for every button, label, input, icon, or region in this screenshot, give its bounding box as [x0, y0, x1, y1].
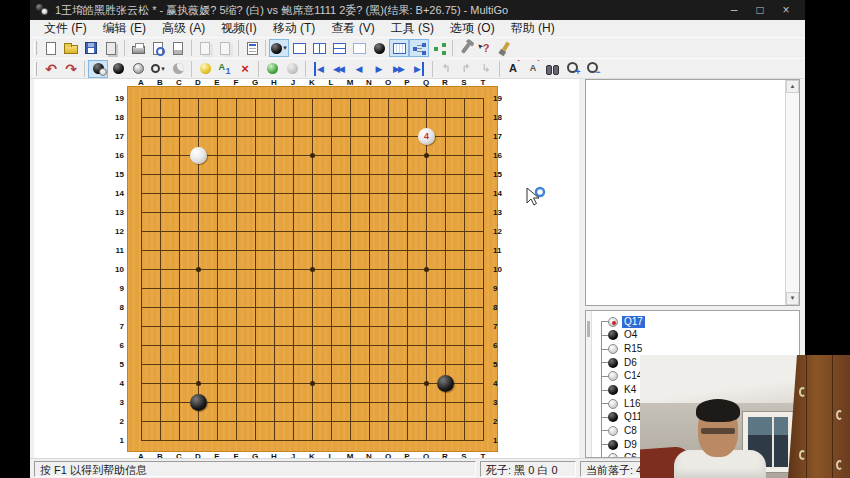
tools-icon [461, 42, 472, 54]
stone-R4[interactable] [437, 375, 454, 392]
coord-number-left: 18 [104, 113, 124, 122]
comment-window-button[interactable] [389, 39, 409, 57]
move-label[interactable]: C8 [622, 425, 639, 437]
context-help-button[interactable]: ? [476, 39, 496, 57]
coord-number-right: 13 [493, 208, 513, 217]
grid-line [350, 98, 351, 441]
move-tree-item-R15[interactable]: R15 [586, 342, 799, 356]
white-stone-button[interactable] [128, 60, 148, 78]
dropdown-arrow-icon[interactable]: ▾ [161, 65, 165, 73]
stone-color-icon [271, 43, 282, 54]
scroll-down-icon[interactable]: ▼ [786, 292, 799, 305]
nav-back-button[interactable]: ◀ [349, 60, 369, 78]
white-stone-icon [608, 344, 618, 354]
layout-plain-button[interactable] [349, 39, 369, 57]
dropdown-arrow-icon[interactable]: ▾ [283, 44, 287, 52]
menu-item-6[interactable]: 工具 (S) [383, 20, 442, 37]
print-preview-button[interactable] [148, 39, 168, 57]
menu-item-3[interactable]: 视频(I) [213, 20, 264, 37]
page-setup-icon [173, 42, 183, 55]
comment-panel[interactable]: ▲ ▼ [585, 79, 800, 306]
toolbar-grip[interactable] [34, 62, 37, 76]
move-label[interactable]: D9 [622, 439, 639, 451]
minimize-button[interactable]: – [721, 3, 747, 17]
variation-window-button[interactable] [429, 39, 449, 57]
menu-item-2[interactable]: 高级 (A) [154, 20, 213, 37]
tree-window-button[interactable] [409, 39, 429, 57]
move-label[interactable]: O4 [622, 329, 639, 341]
zoom-out-button[interactable] [583, 60, 603, 78]
nav-back10-button[interactable]: ◀◀ [329, 60, 349, 78]
coord-mark-button[interactable] [195, 60, 215, 78]
save-button[interactable] [81, 39, 101, 57]
new-file-button[interactable] [41, 39, 61, 57]
menu-item-4[interactable]: 移动 (T) [265, 20, 324, 37]
nav-last-button[interactable]: ▶ [409, 60, 429, 78]
webcam-window-mullion [772, 415, 774, 469]
clean-board-button[interactable] [496, 39, 516, 57]
font-large-button[interactable]: A [503, 60, 523, 78]
label-mark-button[interactable] [215, 60, 235, 78]
menu-item-1[interactable]: 编辑 (E) [95, 20, 154, 37]
black-stone-button[interactable] [108, 60, 128, 78]
coord-letter-top: S [455, 79, 473, 87]
layout-vsplit-icon [313, 43, 326, 54]
layout-hsplit-button[interactable] [329, 39, 349, 57]
coord-letter-top: E [208, 79, 226, 87]
coord-number-left: 3 [104, 398, 124, 407]
menu-item-8[interactable]: 帮助 (H) [503, 20, 563, 37]
maximize-button[interactable]: □ [747, 3, 773, 17]
move-number-button[interactable] [369, 39, 389, 57]
delete-stone-button[interactable]: × [235, 60, 255, 78]
stone-color-button[interactable]: ▾ [269, 39, 289, 57]
coord-number-left: 19 [104, 94, 124, 103]
coord-letter-top: G [246, 79, 264, 87]
tree-connector [601, 321, 608, 322]
coord-letter-top: F [227, 79, 245, 87]
scroll-up-icon[interactable]: ▲ [786, 80, 799, 93]
zoom-in-button[interactable] [563, 60, 583, 78]
stone-D3[interactable] [190, 394, 207, 411]
menu-item-7[interactable]: 选项 (O) [442, 20, 503, 37]
layout-full-button[interactable] [289, 39, 309, 57]
circle-stone-button[interactable]: ▾ [148, 60, 168, 78]
black-stone-icon [608, 330, 618, 340]
print-button[interactable] [128, 39, 148, 57]
coord-number-right: 16 [493, 151, 513, 160]
comment-window-icon [393, 43, 406, 54]
redo-button[interactable]: ↷ [61, 60, 81, 78]
coord-number-right: 15 [493, 170, 513, 179]
menu-item-0[interactable]: 文件 (F) [36, 20, 95, 37]
copy-board-icon [200, 42, 210, 55]
play-mode-button[interactable] [88, 60, 108, 78]
open-file-button[interactable] [61, 39, 81, 57]
move-tree-item-O4[interactable]: O4 [586, 329, 799, 343]
undo-button[interactable]: ↶ [41, 60, 61, 78]
eraser-button[interactable] [168, 60, 188, 78]
var-next-icon: ↱ [460, 62, 473, 75]
font-small-button[interactable]: A [523, 60, 543, 78]
nav-first-button[interactable]: ◀ [309, 60, 329, 78]
coord-number-right: 2 [493, 417, 513, 426]
coord-number-left: 5 [104, 360, 124, 369]
rotate-board-button[interactable] [262, 60, 282, 78]
stone-D16[interactable] [190, 147, 207, 164]
move-label[interactable]: R15 [622, 343, 644, 355]
menu-item-5[interactable]: 查看 (V) [323, 20, 382, 37]
game-info-button[interactable] [242, 39, 262, 57]
move-tree-item-Q17[interactable]: Q17 [586, 315, 799, 329]
move-label[interactable]: K4 [622, 384, 638, 396]
page-setup-button[interactable] [168, 39, 188, 57]
comment-scrollbar[interactable]: ▲ ▼ [785, 80, 799, 305]
coord-number-right: 5 [493, 360, 513, 369]
nav-forward-button[interactable]: ▶ [369, 60, 389, 78]
move-label[interactable]: Q17 [622, 316, 645, 328]
toolbar-grip[interactable] [34, 41, 37, 55]
nav-forward10-button[interactable]: ▶▶ [389, 60, 409, 78]
close-button[interactable]: × [773, 3, 799, 17]
layout-vsplit-button[interactable] [309, 39, 329, 57]
stone-Q17[interactable]: 4 [418, 128, 435, 145]
save-as-button[interactable] [101, 39, 121, 57]
find-move-button[interactable] [543, 60, 563, 78]
move-label[interactable]: D6 [622, 357, 639, 369]
